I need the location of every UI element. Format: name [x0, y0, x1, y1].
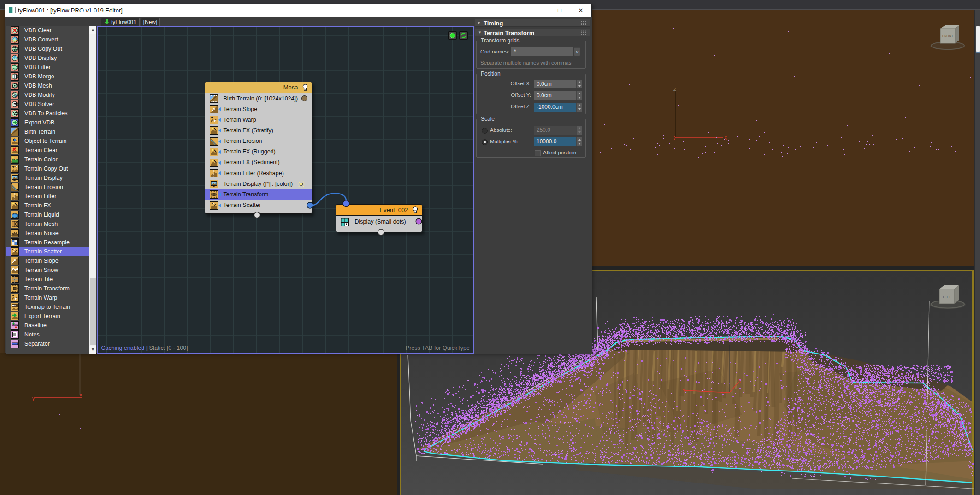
svg-text:FRONT: FRONT [942, 35, 954, 38]
svg-text:Y: Y [682, 388, 685, 393]
svg-text:y: y [32, 396, 35, 401]
svg-text:X: X [724, 136, 727, 141]
svg-text:LEFT: LEFT [943, 295, 951, 299]
svg-text:Z: Z [673, 87, 676, 92]
svg-text:X: X [738, 378, 741, 383]
svg-text:x: x [80, 392, 82, 397]
